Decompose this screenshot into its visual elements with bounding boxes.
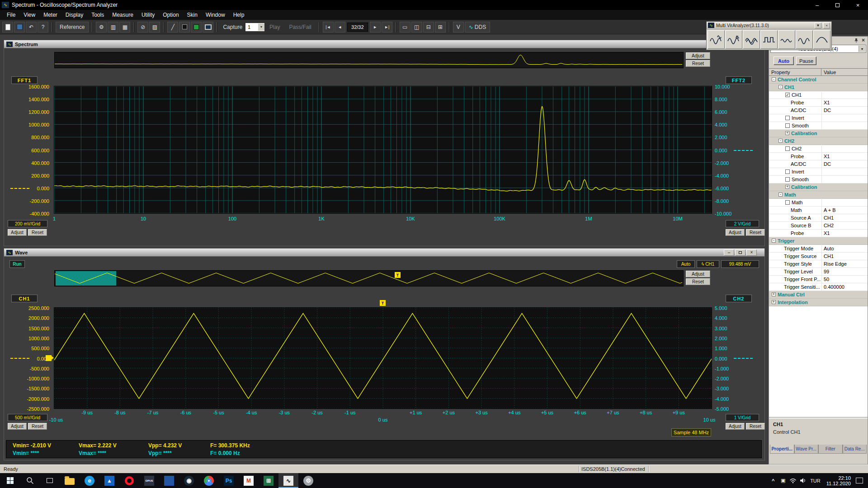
dual-wave-icon[interactable] (743, 30, 760, 49)
pg-category-interpolation[interactable]: +Interpolation (769, 299, 868, 306)
layout-split-horizontal-button[interactable]: ⊟ (423, 22, 434, 33)
hidden-icons-chevron[interactable]: ^ (768, 473, 778, 488)
wave-panel-header[interactable]: ∿ Wave – × (4, 249, 764, 257)
notification-center-button[interactable] (854, 473, 864, 488)
taskbar-file-explorer-icon[interactable] (60, 473, 80, 488)
pg-row-trigger-level[interactable]: Trigger Level99 (769, 268, 868, 276)
tab-data-re[interactable]: Data Re... (843, 445, 867, 454)
expand-box[interactable]: + (772, 292, 776, 296)
pg-row-probe[interactable]: ProbeX1 (769, 153, 868, 160)
ch1-adjust-button[interactable]: Adjust (8, 423, 27, 430)
property-value[interactable]: DC (824, 161, 831, 167)
checkbox-invert[interactable] (785, 169, 790, 174)
stop-button[interactable] (179, 22, 190, 33)
checkbox-math[interactable] (785, 200, 790, 205)
passfail-button[interactable]: Pass/Fail (285, 22, 315, 33)
pg-category-calibration[interactable]: +Calibration (769, 183, 868, 191)
pg-category-trigger[interactable]: -Trigger (769, 237, 868, 245)
taskbar-app-blue-icon[interactable] (159, 473, 179, 488)
pg-row-math[interactable]: Math (769, 199, 868, 206)
expand-box[interactable]: + (785, 185, 789, 189)
ch1-reset-button[interactable]: Reset (28, 423, 47, 430)
pause-button[interactable]: Pause (796, 56, 816, 65)
tray-app-icon[interactable]: ▣ (778, 473, 788, 488)
pattern-button[interactable]: ▨ (149, 22, 160, 33)
wave-overview-reset-button[interactable]: Reset (686, 278, 710, 285)
tab-wave-pr[interactable]: Wave Pr... (794, 445, 819, 454)
expand-box[interactable]: - (772, 239, 776, 243)
layout-single-button[interactable]: ▭ (400, 22, 410, 33)
undo-button[interactable]: ↶ (26, 22, 37, 33)
taskbar-settings-icon[interactable]: ⚙ (298, 473, 318, 488)
language-indicator[interactable]: TUR (808, 473, 823, 488)
ch2-adjust-button[interactable]: Adjust (726, 423, 745, 430)
sweep-icon[interactable] (813, 30, 830, 49)
fft1-adjust-button[interactable]: Adjust (8, 229, 27, 236)
last-frame-button[interactable]: ►| (382, 22, 392, 33)
fft1-reset-button[interactable]: Reset (28, 229, 47, 236)
volume-icon[interactable] (798, 473, 808, 488)
pg-row-ch2[interactable]: CH2 (769, 145, 868, 153)
taskbar-photoshop-icon[interactable]: Ps (219, 473, 239, 488)
trigger-mode-tag[interactable]: Auto (677, 260, 695, 268)
pg-row-trigger-mode[interactable]: Trigger ModeAuto (769, 245, 868, 253)
spectrum-plot[interactable] (54, 86, 712, 214)
pg-category-math[interactable]: -Math (769, 191, 868, 199)
wave-close-button[interactable]: × (746, 249, 757, 256)
wave-minimize-button[interactable]: – (724, 249, 734, 256)
taskbar-word-icon[interactable]: M (239, 473, 259, 488)
expand-box[interactable]: - (772, 77, 776, 81)
trigger-channel-tag[interactable]: ϟCH1 (697, 260, 719, 268)
pg-row-trigger-source[interactable]: Trigger SourceCH1 (769, 253, 868, 260)
property-value[interactable]: X1 (824, 230, 830, 236)
tools-button[interactable]: ⚙ (96, 22, 107, 33)
layout-quad-button[interactable]: ⊞ (435, 22, 446, 33)
taskbar-viranalyzer-icon[interactable]: ∿ (278, 473, 298, 488)
spectrum-panel-header[interactable]: ∿ Spectrum (4, 40, 764, 48)
pg-row-ch1[interactable]: ✓CH1 (769, 91, 868, 99)
pg-row-ac-dc[interactable]: AC/DCDC (769, 107, 868, 114)
first-frame-button[interactable]: |◄ (323, 22, 334, 33)
expand-box[interactable]: - (778, 192, 783, 197)
close-icon[interactable]: × (823, 23, 830, 28)
spectrum-overview-strip[interactable] (54, 52, 684, 68)
menu-tools[interactable]: Tools (87, 10, 108, 20)
fft2-adjust-button[interactable]: Adjust (726, 229, 745, 236)
taskbar-excel-icon[interactable]: ⊞ (259, 473, 278, 488)
taskbar-opera-icon[interactable] (119, 473, 139, 488)
property-value[interactable]: 50 (824, 277, 829, 282)
property-value[interactable]: Auto (824, 246, 834, 251)
pg-category-manual-ctrl[interactable]: +Manual Ctrl (769, 291, 868, 299)
floating-toolbar-titlebar[interactable]: ∿ Multi VirAnalyzer(3.11.3.0) ▼ × (707, 22, 831, 29)
tab-properti[interactable]: Properti... (770, 445, 794, 454)
checkbox-smooth[interactable] (785, 177, 790, 182)
pg-row-invert[interactable]: Invert (769, 168, 868, 176)
wave-overview-adjust-button[interactable]: Adjust (686, 271, 710, 277)
taskbar-opus-icon[interactable]: OPUS (139, 473, 159, 488)
run-button[interactable]: Run (9, 260, 25, 268)
expand-box[interactable]: - (778, 139, 783, 143)
checkbox-ch1[interactable]: ✓ (785, 93, 790, 97)
expand-box[interactable]: - (778, 85, 783, 89)
tab-filter[interactable]: Filter (818, 445, 843, 454)
checkbox-invert[interactable] (785, 116, 790, 120)
menu-utility[interactable]: Utility (137, 10, 159, 20)
layout-split-vertical-button[interactable]: ◫ (411, 22, 422, 33)
chevron-down-icon[interactable]: ▼ (815, 23, 821, 28)
pg-row-ac-dc[interactable]: AC/DCDC (769, 160, 868, 168)
ch2-reset-button[interactable]: Reset (746, 423, 765, 430)
property-value[interactable]: CH1 (824, 253, 834, 259)
menu-skin[interactable]: Skin (183, 10, 202, 20)
trace-color-button[interactable] (191, 22, 202, 33)
spectrum-overview-reset-button[interactable]: Reset (686, 60, 710, 67)
menu-view[interactable]: View (19, 10, 39, 20)
pin-icon[interactable] (854, 38, 859, 43)
sine-wave-icon[interactable] (796, 30, 813, 49)
menu-measure[interactable]: Measure (108, 10, 137, 20)
prev-frame-button[interactable]: ◄ (335, 22, 345, 33)
grid-view-button[interactable]: ▦ (119, 22, 130, 33)
property-value[interactable]: 0.400000 (824, 284, 844, 290)
menu-option[interactable]: Option (159, 10, 183, 20)
capture-select[interactable]: 1 ▼ (245, 23, 264, 31)
pg-row-trigger-front-p[interactable]: Trigger Front P...50 (769, 276, 868, 283)
